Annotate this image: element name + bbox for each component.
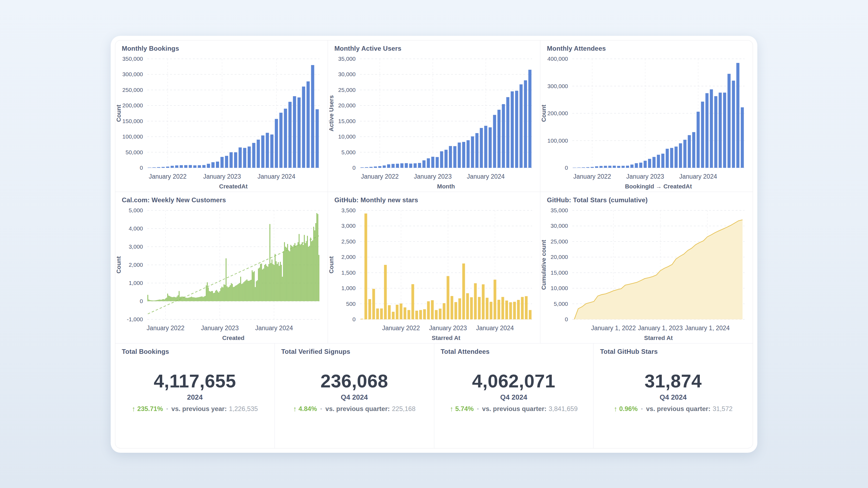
kpi-comparison-label: vs. previous quarter: bbox=[646, 405, 710, 413]
trend-up-icon: ↑ bbox=[132, 405, 135, 413]
svg-text:January 2022: January 2022 bbox=[361, 173, 399, 180]
svg-text:30,000: 30,000 bbox=[338, 71, 355, 77]
svg-text:Starred At: Starred At bbox=[432, 334, 460, 341]
svg-text:Active Users: Active Users bbox=[328, 95, 335, 131]
svg-text:300,000: 300,000 bbox=[547, 83, 568, 89]
kpi-period: Q4 2024 bbox=[500, 393, 527, 401]
kpi-title: Total Bookings bbox=[122, 348, 169, 355]
svg-text:100,000: 100,000 bbox=[547, 137, 568, 144]
dashboard-container: Monthly Bookings 050,000100,000150,00020… bbox=[111, 36, 757, 453]
svg-text:0: 0 bbox=[140, 298, 143, 304]
svg-text:January 2023: January 2023 bbox=[414, 173, 452, 180]
svg-text:3,000: 3,000 bbox=[341, 223, 355, 229]
svg-text:-1,000: -1,000 bbox=[127, 316, 143, 322]
kpi-value: 236,068 bbox=[320, 371, 388, 391]
chart-title: GitHub: Monthly new stars bbox=[335, 196, 418, 204]
svg-text:2,500: 2,500 bbox=[341, 238, 355, 245]
kpi-comparison-label: vs. previous quarter: bbox=[482, 405, 546, 413]
total-stars-cumulative-chart-canvas[interactable]: 05,00010,00015,00020,00025,00030,00035,0… bbox=[540, 206, 753, 343]
kpi-card-total-bookings[interactable]: Total Bookings 4,117,655 2024 ↑ 235.71% … bbox=[115, 344, 275, 448]
svg-text:Count: Count bbox=[328, 256, 335, 273]
kpi-comparison-value: 1,226,535 bbox=[229, 405, 258, 413]
svg-text:Month: Month bbox=[437, 183, 455, 190]
dashboard-grid: Monthly Bookings 050,000100,000150,00020… bbox=[115, 40, 753, 448]
svg-text:January 2022: January 2022 bbox=[147, 325, 184, 332]
svg-text:January 2022: January 2022 bbox=[574, 173, 611, 180]
kpi-title: Total Verified Signups bbox=[281, 348, 350, 355]
svg-text:15,000: 15,000 bbox=[338, 118, 355, 124]
chart-title: Cal.com: Weekly New Customers bbox=[122, 196, 226, 204]
svg-text:January 1, 2022: January 1, 2022 bbox=[591, 325, 636, 332]
kpi-card-total-github-stars[interactable]: Total GitHub Stars 31,874 Q4 2024 ↑ 0.96… bbox=[593, 344, 753, 448]
kpi-content: 4,062,071 Q4 2024 ↑ 5.74% • vs. previous… bbox=[434, 344, 593, 448]
kpi-period: Q4 2024 bbox=[341, 393, 368, 401]
kpi-comparison-value: 225,168 bbox=[392, 405, 415, 413]
svg-text:400,000: 400,000 bbox=[547, 56, 568, 62]
svg-text:25,000: 25,000 bbox=[338, 87, 355, 93]
svg-text:100,000: 100,000 bbox=[122, 133, 143, 140]
chart-title: Monthly Active Users bbox=[335, 45, 401, 52]
svg-text:Count: Count bbox=[115, 105, 122, 122]
svg-text:35,000: 35,000 bbox=[551, 207, 568, 214]
svg-text:January 2024: January 2024 bbox=[255, 325, 293, 332]
weekly-new-customers-chart-canvas[interactable]: -1,00001,0002,0003,0004,0005,000January … bbox=[115, 206, 328, 343]
chart-title: Monthly Attendees bbox=[547, 45, 606, 52]
dot-separator-icon: • bbox=[641, 406, 643, 412]
chart-card-monthly-attendees[interactable]: Monthly Attendees 0100,000200,000300,000… bbox=[540, 40, 753, 192]
svg-text:Created: Created bbox=[222, 334, 244, 341]
kpi-change-percent: 5.74% bbox=[455, 405, 474, 413]
kpi-card-total-attendees[interactable]: Total Attendees 4,062,071 Q4 2024 ↑ 5.74… bbox=[434, 344, 593, 448]
svg-text:January 1, 2023: January 1, 2023 bbox=[638, 325, 683, 332]
kpi-content: 236,068 Q4 2024 ↑ 4.84% • vs. previous q… bbox=[275, 344, 434, 448]
kpi-comparison-label: vs. previous quarter: bbox=[326, 405, 390, 413]
chart-card-monthly-bookings[interactable]: Monthly Bookings 050,000100,000150,00020… bbox=[115, 40, 328, 192]
svg-text:25,000: 25,000 bbox=[551, 238, 568, 245]
chart-card-weekly-new-customers[interactable]: Cal.com: Weekly New Customers -1,00001,0… bbox=[115, 192, 328, 343]
svg-text:30,000: 30,000 bbox=[551, 223, 568, 229]
svg-text:3,500: 3,500 bbox=[341, 207, 355, 214]
svg-text:Count: Count bbox=[540, 105, 547, 122]
kpi-comparison-value: 31,572 bbox=[713, 405, 733, 413]
svg-text:January 2024: January 2024 bbox=[257, 173, 296, 180]
svg-text:1,500: 1,500 bbox=[341, 269, 355, 276]
chart-card-total-stars-cumulative[interactable]: GitHub: Total Stars (cumulative) 05,0001… bbox=[540, 192, 753, 343]
svg-text:0: 0 bbox=[352, 316, 355, 322]
svg-text:250,000: 250,000 bbox=[122, 87, 143, 93]
svg-text:1,000: 1,000 bbox=[341, 285, 355, 291]
kpi-title: Total GitHub Stars bbox=[600, 348, 658, 355]
kpi-content: 31,874 Q4 2024 ↑ 0.96% • vs. previous qu… bbox=[593, 344, 753, 448]
svg-text:January 2022: January 2022 bbox=[382, 325, 420, 332]
monthly-attendees-chart-canvas[interactable]: 0100,000200,000300,000400,000January 202… bbox=[540, 55, 753, 191]
svg-text:350,000: 350,000 bbox=[122, 56, 143, 62]
chart-card-monthly-new-stars[interactable]: GitHub: Monthly new stars 05001,0001,500… bbox=[328, 192, 540, 343]
svg-text:January 2023: January 2023 bbox=[429, 325, 467, 332]
trend-up-icon: ↑ bbox=[614, 405, 617, 413]
svg-text:0: 0 bbox=[140, 165, 143, 171]
monthly-new-stars-chart-canvas[interactable]: 05001,0001,5002,0002,5003,0003,500Januar… bbox=[328, 206, 540, 343]
kpi-card-total-verified-signups[interactable]: Total Verified Signups 236,068 Q4 2024 ↑… bbox=[275, 344, 434, 448]
svg-text:50,000: 50,000 bbox=[126, 149, 143, 155]
svg-text:January 2024: January 2024 bbox=[476, 325, 514, 332]
svg-text:0: 0 bbox=[352, 165, 355, 171]
svg-text:5,000: 5,000 bbox=[554, 301, 568, 307]
kpi-change-percent: 0.96% bbox=[619, 405, 638, 413]
kpi-change-row: ↑ 235.71% • vs. previous year: 1,226,535 bbox=[132, 405, 258, 413]
chart-card-monthly-active-users[interactable]: Monthly Active Users 05,00010,00015,0002… bbox=[328, 40, 540, 192]
monthly-active-users-chart-canvas[interactable]: 05,00010,00015,00020,00025,00030,00035,0… bbox=[328, 55, 540, 191]
monthly-bookings-chart-canvas[interactable]: 050,000100,000150,000200,000250,000300,0… bbox=[115, 55, 328, 191]
svg-text:4,000: 4,000 bbox=[129, 225, 143, 231]
svg-text:January 2023: January 2023 bbox=[201, 325, 239, 332]
kpi-comparison-label: vs. previous year: bbox=[172, 405, 227, 413]
svg-text:150,000: 150,000 bbox=[122, 118, 143, 124]
svg-text:500: 500 bbox=[346, 301, 355, 307]
svg-text:5,000: 5,000 bbox=[341, 149, 355, 155]
dashboard-page: { "icons": { "trend_up": "↑", "dot_separ… bbox=[0, 0, 868, 488]
kpi-period: Q4 2024 bbox=[660, 393, 687, 401]
svg-text:10,000: 10,000 bbox=[338, 133, 355, 140]
dot-separator-icon: • bbox=[320, 406, 322, 412]
svg-text:Starred At: Starred At bbox=[644, 334, 673, 341]
svg-text:3,000: 3,000 bbox=[129, 243, 143, 250]
trend-up-icon: ↑ bbox=[450, 405, 453, 413]
svg-text:200,000: 200,000 bbox=[122, 102, 143, 108]
svg-text:Cumulative count: Cumulative count bbox=[540, 240, 547, 290]
